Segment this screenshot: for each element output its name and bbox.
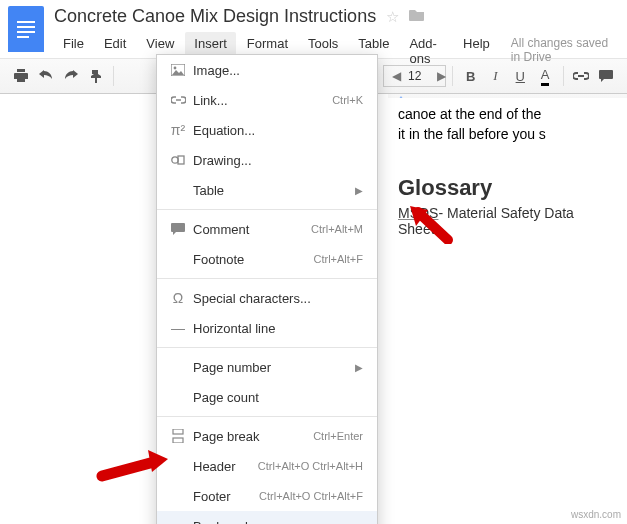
menu-item-horizontal-line[interactable]: — Horizontal line: [157, 313, 377, 343]
menu-item-equation[interactable]: π² Equation...: [157, 115, 377, 145]
glossary-heading: Glossary: [398, 175, 617, 201]
menu-item-label: Header: [189, 459, 258, 474]
annotation-arrow-icon: [96, 450, 176, 484]
menu-item-label: Equation...: [189, 123, 363, 138]
menu-item-label: Table: [189, 183, 349, 198]
menu-item-header[interactable]: Header Ctrl+Alt+O Ctrl+Alt+H: [157, 451, 377, 481]
submenu-arrow-icon: ▶: [349, 362, 363, 373]
shortcut-label: Ctrl+Alt+O Ctrl+Alt+H: [258, 460, 363, 472]
shortcut-label: Ctrl+Enter: [313, 430, 363, 442]
body-text: it in the fall before you s: [398, 124, 617, 144]
drawing-icon: [167, 154, 189, 166]
menu-separator: [157, 278, 377, 279]
menu-item-page-number[interactable]: Page number ▶: [157, 352, 377, 382]
text-color-button[interactable]: A: [534, 63, 557, 89]
menu-item-label: Special characters...: [189, 291, 363, 306]
hr-icon: —: [167, 320, 189, 336]
menu-separator: [157, 416, 377, 417]
menu-separator: [157, 347, 377, 348]
menu-item-table[interactable]: Table ▶: [157, 175, 377, 205]
menu-item-drawing[interactable]: Drawing...: [157, 145, 377, 175]
bold-button[interactable]: B: [459, 63, 482, 89]
menu-item-special-chars[interactable]: Ω Special characters...: [157, 283, 377, 313]
svg-point-2: [172, 157, 178, 163]
annotation-arrow-icon: [400, 204, 460, 244]
menu-item-image[interactable]: Image...: [157, 55, 377, 85]
watermark: wsxdn.com: [571, 509, 621, 520]
document-body[interactable]: canoe at the end of the it in the fall b…: [388, 98, 627, 524]
menu-item-label: Comment: [189, 222, 311, 237]
svg-point-1: [174, 67, 177, 70]
docs-logo[interactable]: [8, 6, 44, 52]
menu-item-label: Bookmark: [189, 519, 363, 525]
svg-rect-5: [173, 438, 183, 443]
menu-item-page-count[interactable]: Page count: [157, 382, 377, 412]
page-break-icon: [167, 429, 189, 443]
menu-item-label: Page number: [189, 360, 349, 375]
underline-button[interactable]: U: [509, 63, 532, 89]
menu-item-label: Horizontal line: [189, 321, 363, 336]
submenu-arrow-icon: ▶: [349, 185, 363, 196]
omega-icon: Ω: [167, 290, 189, 306]
svg-rect-3: [178, 156, 184, 164]
star-icon[interactable]: ☆: [386, 8, 399, 26]
menu-item-footer[interactable]: Footer Ctrl+Alt+O Ctrl+Alt+F: [157, 481, 377, 511]
comment-icon: [167, 223, 189, 236]
chevron-right-icon[interactable]: ▶: [429, 69, 445, 83]
shortcut-label: Ctrl+K: [332, 94, 363, 106]
font-size-select[interactable]: ◀ 12 ▶: [383, 65, 446, 87]
insert-link-button[interactable]: [569, 63, 592, 89]
menu-item-bookmark[interactable]: Bookmark: [157, 511, 377, 524]
paint-format-button[interactable]: [85, 63, 108, 89]
svg-rect-4: [173, 429, 183, 434]
menu-item-comment[interactable]: Comment Ctrl+Alt+M: [157, 214, 377, 244]
equation-icon: π²: [167, 122, 189, 138]
menu-separator: [157, 209, 377, 210]
insert-menu-dropdown: Image... Link... Ctrl+K π² Equation... D…: [156, 54, 378, 524]
chevron-left-icon[interactable]: ◀: [384, 69, 400, 83]
menu-item-footnote[interactable]: Footnote Ctrl+Alt+F: [157, 244, 377, 274]
menu-item-page-break[interactable]: Page break Ctrl+Enter: [157, 421, 377, 451]
redo-button[interactable]: [60, 63, 83, 89]
menu-item-label: Page count: [189, 390, 363, 405]
shortcut-label: Ctrl+Alt+F: [313, 253, 363, 265]
menu-item-link[interactable]: Link... Ctrl+K: [157, 85, 377, 115]
undo-button[interactable]: [35, 63, 58, 89]
menu-item-label: Drawing...: [189, 153, 363, 168]
shortcut-label: Ctrl+Alt+M: [311, 223, 363, 235]
insert-comment-button[interactable]: [594, 63, 617, 89]
body-text: canoe at the end of the: [398, 104, 617, 124]
folder-icon[interactable]: [409, 6, 425, 27]
image-icon: [167, 64, 189, 76]
italic-button[interactable]: I: [484, 63, 507, 89]
document-title[interactable]: Concrete Canoe Mix Design Instructions: [54, 6, 376, 27]
link-icon: [167, 96, 189, 104]
menu-item-label: Footer: [189, 489, 259, 504]
font-size-value[interactable]: 12: [400, 69, 429, 83]
print-button[interactable]: [10, 63, 33, 89]
menu-item-label: Footnote: [189, 252, 313, 267]
shortcut-label: Ctrl+Alt+O Ctrl+Alt+F: [259, 490, 363, 502]
menu-item-label: Page break: [189, 429, 313, 444]
menu-item-label: Image...: [189, 63, 363, 78]
menu-item-label: Link...: [189, 93, 332, 108]
